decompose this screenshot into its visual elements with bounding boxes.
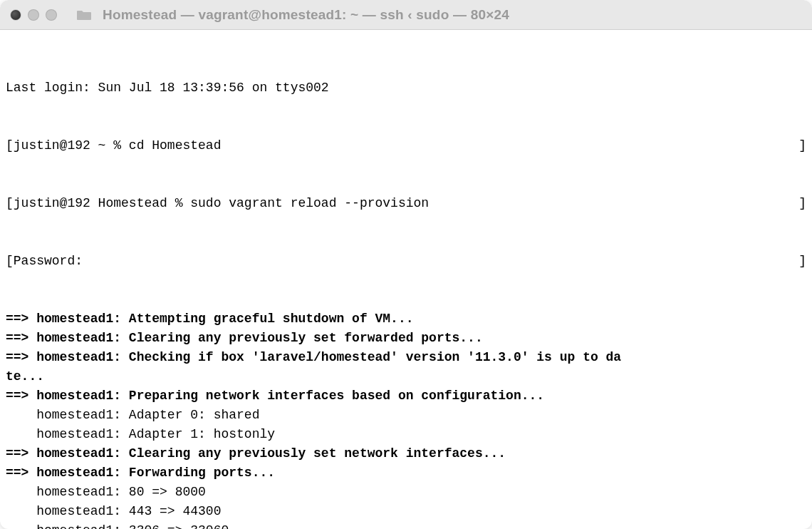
output-line: homestead1: 80 => 8000 [6, 483, 806, 502]
output-line: ==> homestead1: Clearing any previously … [6, 329, 806, 348]
password-line: [Password:] [6, 252, 806, 271]
output-line: ==> homestead1: Preparing network interf… [6, 386, 806, 406]
prompt-2-text: [justin@192 Homestead % sudo vagrant rel… [6, 194, 429, 213]
output-line: ==> homestead1: Attempting graceful shut… [6, 309, 806, 329]
minimize-button[interactable] [28, 9, 39, 21]
prompt-1-text: [justin@192 ~ % cd Homestead [6, 136, 221, 155]
password-label: [Password: [6, 252, 83, 271]
output-line: homestead1: Adapter 1: hostonly [6, 425, 806, 444]
titlebar[interactable]: Homestead — vagrant@homestead1: ~ — ssh … [0, 0, 812, 30]
password-end: ] [798, 252, 806, 271]
last-login-line: Last login: Sun Jul 18 13:39:56 on ttys0… [6, 78, 806, 98]
prompt-1-end: ] [798, 136, 806, 155]
terminal-output[interactable]: Last login: Sun Jul 18 13:39:56 on ttys0… [0, 30, 812, 529]
prompt-line-1: [justin@192 ~ % cd Homestead] [6, 136, 806, 155]
output-line: homestead1: Adapter 0: shared [6, 406, 806, 425]
output-line: homestead1: 3306 => 33060 [6, 521, 806, 529]
prompt-line-2: [justin@192 Homestead % sudo vagrant rel… [6, 194, 806, 213]
close-button[interactable] [10, 9, 21, 21]
output-line: ==> homestead1: Checking if box 'laravel… [6, 348, 806, 367]
vagrant-output: ==> homestead1: Attempting graceful shut… [6, 309, 806, 529]
output-line: ==> homestead1: Forwarding ports... [6, 463, 806, 483]
folder-icon [76, 9, 92, 21]
maximize-button[interactable] [46, 9, 57, 21]
prompt-2-end: ] [798, 194, 806, 213]
terminal-window: Homestead — vagrant@homestead1: ~ — ssh … [0, 0, 812, 529]
output-line: te... [6, 367, 806, 386]
output-line: homestead1: 443 => 44300 [6, 502, 806, 521]
window-title: Homestead — vagrant@homestead1: ~ — ssh … [103, 7, 509, 23]
output-line: ==> homestead1: Clearing any previously … [6, 444, 806, 463]
